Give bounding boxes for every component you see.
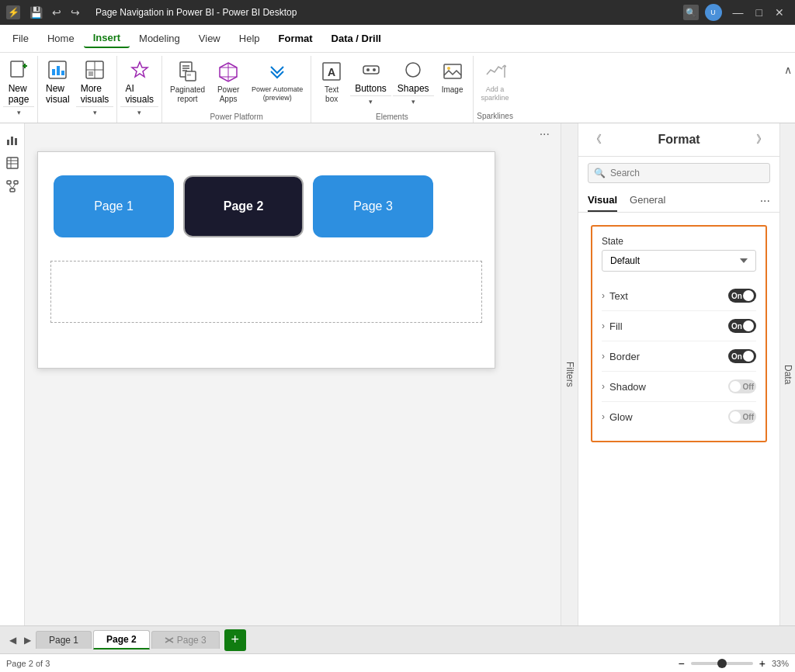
fill-toggle-thumb	[743, 320, 754, 331]
fill-toggle[interactable]: On	[728, 319, 756, 333]
main-area: ··· Page 1 Page 2 Page 3 Filters 《 Forma…	[0, 123, 795, 625]
glow-chevron-icon[interactable]: ›	[602, 411, 605, 422]
shapes-dropdown[interactable]: ▾	[393, 95, 434, 107]
title-bar-right: 🔍 U — □ ✕	[683, 4, 789, 21]
power-automate-button[interactable]: Power Automate(preview)	[247, 56, 307, 106]
text-chevron-icon[interactable]: ›	[602, 290, 605, 301]
more-visuals-button[interactable]: Morevisuals ▾	[76, 56, 114, 118]
glow-toggle[interactable]: Off	[728, 410, 756, 424]
page-tab-3-label: Page 3	[177, 635, 207, 646]
format-tabs-more-button[interactable]: ···	[760, 194, 770, 208]
menu-file[interactable]: File	[3, 29, 38, 47]
new-visual-button[interactable]: Newvisual	[41, 56, 75, 106]
shadow-toggle-thumb	[730, 381, 741, 392]
ribbon-content: Newpage ▾ Pages Newvisual	[0, 53, 795, 123]
shadow-chevron-icon[interactable]: ›	[602, 381, 605, 392]
page-nav-btn-2[interactable]: Page 2	[183, 175, 304, 237]
more-visuals-dropdown[interactable]: ▾	[76, 106, 114, 118]
border-chevron-icon[interactable]: ›	[602, 351, 605, 362]
page-tab-1[interactable]: Page 1	[36, 631, 92, 649]
menu-view[interactable]: View	[189, 29, 230, 47]
border-toggle-label: On	[731, 352, 742, 361]
text-toggle[interactable]: On	[728, 289, 756, 303]
menu-insert[interactable]: Insert	[84, 29, 130, 48]
page-next-button[interactable]: ▶	[21, 632, 34, 649]
zoom-handle[interactable]	[717, 659, 727, 668]
fill-chevron-icon[interactable]: ›	[602, 320, 605, 331]
canvas-more-button[interactable]: ···	[535, 126, 554, 143]
filters-label: Filters	[564, 362, 575, 387]
buttons-label: Buttons	[355, 83, 387, 94]
new-page-dropdown[interactable]: ▾	[3, 106, 34, 118]
data-sidebar[interactable]: Data	[779, 123, 795, 625]
close-button[interactable]: ✕	[770, 6, 789, 19]
buttons-button[interactable]: Buttons ▾	[350, 56, 391, 107]
paginated-report-button[interactable]: Paginatedreport	[165, 56, 210, 107]
add-sparkline-button[interactable]: Add asparkline	[477, 56, 514, 106]
page-prev-button[interactable]: ◀	[6, 632, 19, 649]
tab-general[interactable]: General	[630, 189, 665, 212]
svg-rect-4	[52, 69, 55, 75]
canvas-scroll-area[interactable]: Page 1 Page 2 Page 3	[25, 145, 561, 625]
zoom-slider[interactable]	[691, 662, 753, 665]
undo-button[interactable]: ↩	[49, 5, 64, 20]
text-option-label: Text	[609, 290, 628, 302]
panel-expand-right-button[interactable]: 》	[753, 130, 770, 150]
image-label: Image	[442, 85, 463, 95]
menu-modeling[interactable]: Modeling	[130, 29, 189, 47]
sidebar-model-button[interactable]	[2, 176, 23, 196]
user-avatar[interactable]: U	[705, 4, 722, 21]
state-select[interactable]: Default Selected Hover Disabled	[602, 250, 756, 272]
text-box-button[interactable]: A Textbox	[314, 56, 349, 107]
page-nav-btn-3[interactable]: Page 3	[313, 175, 433, 237]
left-sidebar	[0, 123, 25, 625]
svg-rect-33	[7, 140, 9, 145]
glow-option-row: › Glow Off	[602, 402, 756, 431]
title-search-button[interactable]: 🔍	[683, 5, 699, 20]
data-label: Data	[783, 365, 793, 384]
title-bar-left: ⚡ 💾 ↩ ↪ Page Navigation in Power BI - Po…	[6, 5, 297, 20]
ribbon-group-pages: Newpage ▾ Pages	[0, 56, 38, 123]
page-tab-2[interactable]: Page 2	[93, 630, 150, 649]
power-apps-button[interactable]: PowerApps	[211, 56, 245, 107]
new-visual-label: Newvisual	[46, 83, 70, 105]
page-tab-3[interactable]: Page 3	[151, 631, 220, 649]
tab-visual[interactable]: Visual	[588, 189, 617, 212]
sidebar-charts-button[interactable]	[2, 130, 23, 150]
add-page-button[interactable]: +	[224, 629, 246, 651]
zoom-minus-button[interactable]: −	[679, 657, 685, 670]
border-option-row: › Border On	[602, 341, 756, 372]
image-button[interactable]: Image	[436, 56, 470, 98]
minimize-button[interactable]: —	[728, 6, 748, 19]
menu-datadrill[interactable]: Data / Drill	[322, 29, 391, 47]
sparklines-group-label: Sparklines	[477, 109, 514, 123]
canvas-page: Page 1 Page 2 Page 3	[37, 151, 495, 369]
svg-rect-34	[11, 137, 13, 145]
redo-button[interactable]: ↪	[68, 5, 83, 20]
fill-toggle-label: On	[731, 322, 742, 331]
border-option-left: › Border	[602, 351, 640, 362]
zoom-plus-button[interactable]: +	[759, 657, 765, 670]
menu-help[interactable]: Help	[230, 29, 269, 47]
search-icon: 🔍	[594, 168, 606, 178]
filters-sidebar[interactable]: Filters	[561, 123, 578, 625]
ai-visuals-button[interactable]: AIvisuals ▾	[120, 56, 158, 118]
buttons-dropdown[interactable]: ▾	[350, 95, 391, 107]
menu-home[interactable]: Home	[38, 29, 84, 47]
menu-format[interactable]: Format	[269, 29, 322, 47]
maximize-button[interactable]: □	[752, 6, 767, 19]
svg-rect-35	[15, 138, 17, 145]
panel-collapse-left-button[interactable]: 《	[588, 130, 605, 150]
page-nav-btn-1[interactable]: Page 1	[54, 175, 174, 237]
ai-visuals-dropdown[interactable]: ▾	[120, 106, 158, 118]
format-search-input[interactable]	[588, 163, 770, 183]
ribbon-collapse-button[interactable]: ∧	[781, 61, 795, 79]
new-page-button[interactable]: Newpage ▾	[3, 56, 34, 118]
svg-line-43	[9, 184, 12, 189]
shapes-button[interactable]: Shapes ▾	[393, 56, 434, 107]
border-toggle[interactable]: On	[728, 349, 756, 363]
sidebar-table-button[interactable]	[2, 153, 23, 173]
save-button[interactable]: 💾	[26, 5, 46, 20]
sparkline-label: Add asparkline	[481, 85, 509, 102]
shadow-toggle[interactable]: Off	[728, 379, 756, 393]
